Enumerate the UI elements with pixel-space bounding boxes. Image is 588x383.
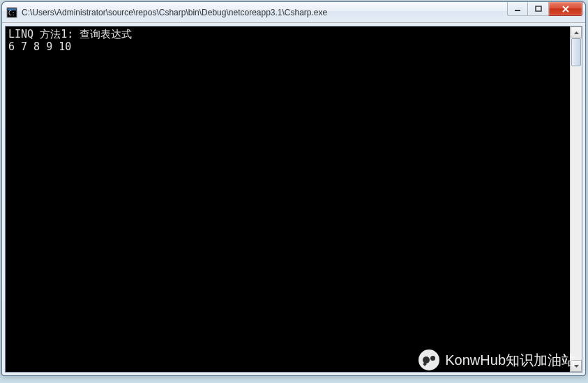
scroll-up-button[interactable] bbox=[571, 27, 582, 38]
chevron-up-icon bbox=[574, 31, 579, 34]
titlebar[interactable]: C: C:\Users\Administrator\source\repos\C… bbox=[2, 2, 585, 23]
svg-rect-3 bbox=[515, 10, 520, 11]
maximize-icon bbox=[535, 6, 542, 13]
console-output[interactable]: LINQ 方法1: 查询表达式 6 7 8 9 10 bbox=[6, 27, 570, 372]
svg-marker-8 bbox=[574, 365, 579, 368]
window-controls bbox=[507, 2, 582, 16]
vertical-scrollbar[interactable] bbox=[570, 27, 582, 372]
chevron-down-icon bbox=[574, 365, 579, 368]
console-window: C: C:\Users\Administrator\source\repos\C… bbox=[1, 1, 586, 376]
minimize-icon bbox=[514, 6, 521, 12]
close-icon bbox=[561, 6, 570, 13]
window-title: C:\Users\Administrator\source\repos\Csha… bbox=[22, 8, 585, 17]
scrollbar-track[interactable] bbox=[571, 38, 582, 360]
svg-text:C:: C: bbox=[8, 10, 15, 17]
minimize-button[interactable] bbox=[507, 2, 528, 16]
scrollbar-thumb[interactable] bbox=[571, 38, 581, 66]
console-container: LINQ 方法1: 查询表达式 6 7 8 9 10 bbox=[5, 26, 582, 373]
maximize-button[interactable] bbox=[528, 2, 549, 16]
close-button[interactable] bbox=[549, 2, 582, 16]
svg-rect-4 bbox=[536, 6, 541, 11]
app-icon: C: bbox=[6, 7, 17, 18]
svg-marker-7 bbox=[574, 31, 579, 34]
scroll-down-button[interactable] bbox=[571, 360, 582, 372]
client-area: LINQ 方法1: 查询表达式 6 7 8 9 10 bbox=[2, 23, 585, 375]
